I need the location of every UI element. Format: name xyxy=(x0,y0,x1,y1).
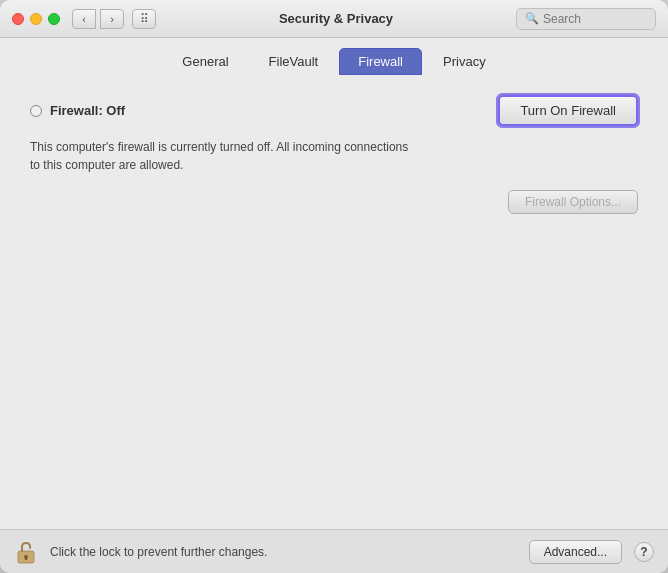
help-button[interactable]: ? xyxy=(634,542,654,562)
options-area: Firewall Options... xyxy=(30,190,638,214)
search-bar[interactable]: 🔍 xyxy=(516,8,656,30)
back-button[interactable]: ‹ xyxy=(72,9,96,29)
tab-firewall[interactable]: Firewall xyxy=(339,48,422,75)
forward-button[interactable]: › xyxy=(100,9,124,29)
window-title: Security & Privacy xyxy=(156,11,516,26)
firewall-header: Firewall: Off Turn On Firewall xyxy=(30,95,638,126)
traffic-lights xyxy=(12,13,60,25)
lock-icon xyxy=(14,538,38,566)
titlebar: ‹ › ⠿ Security & Privacy 🔍 xyxy=(0,0,668,38)
turn-on-firewall-button[interactable]: Turn On Firewall xyxy=(498,95,638,126)
lock-button[interactable] xyxy=(14,538,38,566)
nav-buttons: ‹ › xyxy=(72,9,124,29)
tab-general[interactable]: General xyxy=(163,48,247,75)
grid-button[interactable]: ⠿ xyxy=(132,9,156,29)
tab-privacy[interactable]: Privacy xyxy=(424,48,505,75)
content-area: Firewall: Off Turn On Firewall This comp… xyxy=(0,75,668,529)
firewall-radio xyxy=(30,105,42,117)
firewall-status: Firewall: Off xyxy=(30,103,125,118)
bottom-bar: Click the lock to prevent further change… xyxy=(0,529,668,573)
search-icon: 🔍 xyxy=(525,12,539,25)
minimize-button[interactable] xyxy=(30,13,42,25)
close-button[interactable] xyxy=(12,13,24,25)
maximize-button[interactable] xyxy=(48,13,60,25)
main-window: ‹ › ⠿ Security & Privacy 🔍 General FileV… xyxy=(0,0,668,573)
tabs-bar: General FileVault Firewall Privacy xyxy=(0,38,668,75)
firewall-description: This computer's firewall is currently tu… xyxy=(30,138,410,174)
lock-help-text: Click the lock to prevent further change… xyxy=(50,545,517,559)
tab-filevault[interactable]: FileVault xyxy=(250,48,338,75)
svg-rect-2 xyxy=(25,557,27,560)
search-input[interactable] xyxy=(543,12,647,26)
advanced-button[interactable]: Advanced... xyxy=(529,540,622,564)
firewall-options-button[interactable]: Firewall Options... xyxy=(508,190,638,214)
firewall-status-label: Firewall: Off xyxy=(50,103,125,118)
